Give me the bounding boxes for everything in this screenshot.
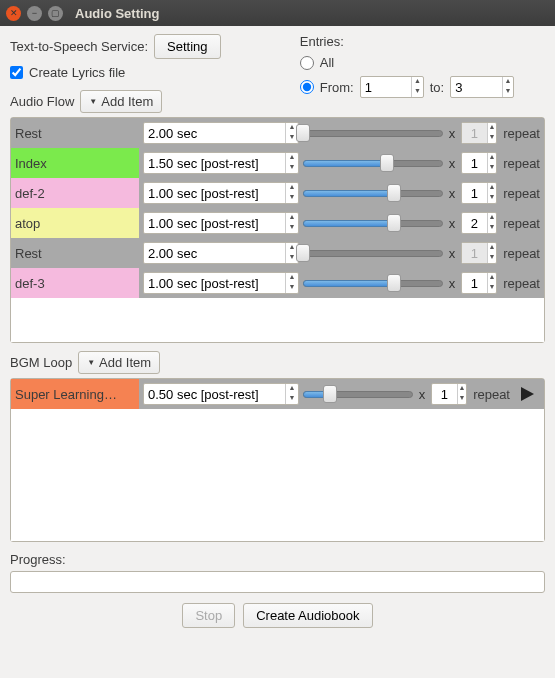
repeat-spinner[interactable]: ▲▼ bbox=[461, 272, 497, 294]
spinner-up-icon[interactable]: ▲ bbox=[412, 77, 422, 87]
duration-spinner[interactable]: ▲▼ bbox=[143, 122, 299, 144]
lyrics-checkbox[interactable] bbox=[10, 66, 23, 79]
x-label: x bbox=[449, 216, 456, 231]
create-audiobook-button[interactable]: Create Audiobook bbox=[243, 603, 372, 628]
volume-slider[interactable] bbox=[303, 188, 443, 198]
spinner-up-icon[interactable]: ▲ bbox=[286, 384, 298, 394]
repeat-spinner: ▲▼ bbox=[461, 122, 497, 144]
duration-spinner[interactable]: ▲▼ bbox=[143, 182, 299, 204]
entries-from-label: From: bbox=[320, 80, 354, 95]
spinner-down-icon[interactable]: ▼ bbox=[286, 193, 298, 203]
repeat-spinner[interactable]: ▲▼ bbox=[431, 383, 467, 405]
repeat-spinner[interactable]: ▲▼ bbox=[461, 182, 497, 204]
spinner-down-icon[interactable]: ▼ bbox=[286, 223, 298, 233]
spinner-down-icon[interactable]: ▼ bbox=[488, 163, 496, 173]
audio-flow-add-item-button[interactable]: ▼ Add Item bbox=[80, 90, 162, 113]
duration-spinner[interactable]: ▲▼ bbox=[143, 212, 299, 234]
entries-all-radio[interactable] bbox=[300, 56, 314, 70]
spinner-up-icon[interactable]: ▲ bbox=[488, 273, 496, 283]
bgm-add-item-button[interactable]: ▼ Add Item bbox=[78, 351, 160, 374]
x-label: x bbox=[449, 156, 456, 171]
volume-slider[interactable] bbox=[303, 158, 443, 168]
x-label: x bbox=[449, 126, 456, 141]
window-title: Audio Setting bbox=[75, 6, 160, 21]
duration-spinner[interactable]: ▲▼ bbox=[143, 152, 299, 174]
spinner-up-icon[interactable]: ▲ bbox=[458, 384, 466, 394]
spinner-down-icon[interactable]: ▼ bbox=[412, 87, 422, 97]
duration-spinner[interactable]: ▲▼ bbox=[143, 383, 299, 405]
chevron-down-icon: ▼ bbox=[89, 97, 97, 106]
spinner-up-icon[interactable]: ▲ bbox=[488, 183, 496, 193]
volume-slider[interactable] bbox=[303, 278, 443, 288]
volume-slider[interactable] bbox=[303, 248, 443, 258]
spinner-down-icon[interactable]: ▼ bbox=[286, 283, 298, 293]
repeat-label: repeat bbox=[503, 126, 540, 141]
x-label: x bbox=[449, 186, 456, 201]
bgm-loop-label: BGM Loop bbox=[10, 355, 72, 370]
spinner-up-icon[interactable]: ▲ bbox=[488, 153, 496, 163]
spinner-up-icon[interactable]: ▲ bbox=[286, 153, 298, 163]
list-item[interactable]: Rest▲▼x▲▼repeat bbox=[11, 238, 544, 268]
spinner-down-icon[interactable]: ▼ bbox=[503, 87, 513, 97]
entries-from-radio[interactable] bbox=[300, 80, 314, 94]
entries-all-label: All bbox=[320, 55, 334, 70]
spinner-down-icon[interactable]: ▼ bbox=[458, 394, 466, 404]
entries-to-spinner[interactable]: ▲▼ bbox=[450, 76, 514, 98]
close-icon[interactable]: ✕ bbox=[6, 6, 21, 21]
spinner-up-icon[interactable]: ▲ bbox=[286, 273, 298, 283]
repeat-label: repeat bbox=[503, 186, 540, 201]
lyrics-label: Create Lyrics file bbox=[29, 65, 125, 80]
item-name: Rest bbox=[11, 238, 139, 268]
spinner-up-icon: ▲ bbox=[488, 243, 496, 253]
x-label: x bbox=[419, 387, 426, 402]
item-name: def-2 bbox=[11, 178, 139, 208]
list-item[interactable]: Rest▲▼x▲▼repeat bbox=[11, 118, 544, 148]
spinner-down-icon: ▼ bbox=[488, 133, 496, 143]
list-item[interactable]: Index▲▼x▲▼repeat bbox=[11, 148, 544, 178]
spinner-down-icon[interactable]: ▼ bbox=[488, 223, 496, 233]
progress-bar bbox=[10, 571, 545, 593]
list-item[interactable]: def-2▲▼x▲▼repeat bbox=[11, 178, 544, 208]
minimize-icon[interactable]: − bbox=[27, 6, 42, 21]
audio-flow-label: Audio Flow bbox=[10, 94, 74, 109]
list-item[interactable]: Super Learning…▲▼x▲▼repeat bbox=[11, 379, 544, 409]
spinner-down-icon[interactable]: ▼ bbox=[488, 193, 496, 203]
spinner-up-icon[interactable]: ▲ bbox=[286, 183, 298, 193]
volume-slider[interactable] bbox=[303, 389, 413, 399]
repeat-spinner[interactable]: ▲▼ bbox=[461, 212, 497, 234]
repeat-spinner[interactable]: ▲▼ bbox=[461, 152, 497, 174]
duration-spinner[interactable]: ▲▼ bbox=[143, 272, 299, 294]
tts-setting-button[interactable]: Setting bbox=[154, 34, 220, 59]
bgm-list: Super Learning…▲▼x▲▼repeat bbox=[10, 378, 545, 542]
item-name: Index bbox=[11, 148, 139, 178]
spinner-down-icon: ▼ bbox=[488, 253, 496, 263]
volume-slider[interactable] bbox=[303, 128, 443, 138]
repeat-label: repeat bbox=[473, 387, 510, 402]
spinner-up-icon[interactable]: ▲ bbox=[286, 213, 298, 223]
item-name: Rest bbox=[11, 118, 139, 148]
list-item[interactable]: def-3▲▼x▲▼repeat bbox=[11, 268, 544, 298]
entries-to-label: to: bbox=[430, 80, 444, 95]
stop-button[interactable]: Stop bbox=[182, 603, 235, 628]
entries-label: Entries: bbox=[300, 34, 545, 49]
repeat-label: repeat bbox=[503, 156, 540, 171]
item-name: Super Learning… bbox=[11, 379, 139, 409]
spinner-down-icon[interactable]: ▼ bbox=[286, 394, 298, 404]
spinner-down-icon[interactable]: ▼ bbox=[286, 163, 298, 173]
progress-label: Progress: bbox=[10, 552, 545, 567]
spinner-down-icon[interactable]: ▼ bbox=[488, 283, 496, 293]
tts-label: Text-to-Speech Service: bbox=[10, 39, 148, 54]
list-item[interactable]: atop▲▼x▲▼repeat bbox=[11, 208, 544, 238]
chevron-down-icon: ▼ bbox=[87, 358, 95, 367]
entries-from-spinner[interactable]: ▲▼ bbox=[360, 76, 424, 98]
audio-flow-list: Rest▲▼x▲▼repeatIndex▲▼x▲▼repeatdef-2▲▼x▲… bbox=[10, 117, 545, 343]
volume-slider[interactable] bbox=[303, 218, 443, 228]
repeat-spinner: ▲▼ bbox=[461, 242, 497, 264]
svg-marker-0 bbox=[521, 387, 534, 401]
duration-spinner[interactable]: ▲▼ bbox=[143, 242, 299, 264]
spinner-up-icon[interactable]: ▲ bbox=[503, 77, 513, 87]
play-icon[interactable] bbox=[514, 382, 540, 406]
x-label: x bbox=[449, 276, 456, 291]
spinner-up-icon[interactable]: ▲ bbox=[488, 213, 496, 223]
maximize-icon[interactable]: ▢ bbox=[48, 6, 63, 21]
